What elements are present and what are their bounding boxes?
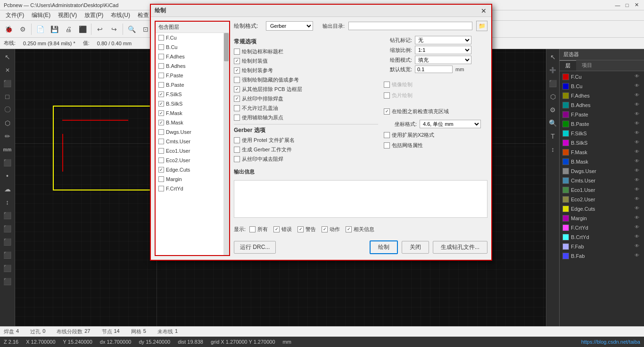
- layer-visibility-icon[interactable]: 👁: [635, 177, 641, 184]
- display-option-checkbox[interactable]: [322, 226, 328, 232]
- layer-visibility-icon[interactable]: 👁: [635, 111, 641, 118]
- add-via[interactable]: □: [1, 91, 14, 103]
- right-layer-eco2-user[interactable]: Eco2.User👁: [560, 195, 644, 204]
- tab-layers[interactable]: 层: [560, 60, 576, 71]
- right-layer-f-paste[interactable]: F.Paste👁: [560, 110, 644, 119]
- dialog-layer-checkbox[interactable]: [158, 35, 164, 41]
- layer-select-list[interactable]: F.CuB.CuF.AdhesB.AdhesF.PasteB.PasteF.Si…: [156, 33, 223, 193]
- settings-icon[interactable]: ⚙: [16, 23, 29, 36]
- right-layer-cmts-user[interactable]: Cmts.User👁: [560, 176, 644, 185]
- right-layer-f-silks[interactable]: F.SilkS👁: [560, 129, 644, 138]
- dialog-layer-b-silks[interactable]: B.SilkS: [156, 99, 223, 108]
- layer-visibility-icon[interactable]: 👁: [635, 130, 641, 137]
- layer-visibility-icon[interactable]: 👁: [635, 206, 641, 212]
- point-tool[interactable]: •: [1, 170, 14, 182]
- general-option-checkbox[interactable]: [234, 67, 240, 74]
- drill-marks-select[interactable]: 无 小 全尺寸: [415, 36, 471, 44]
- dialog-layer-checkbox[interactable]: [158, 91, 164, 97]
- dialog-layer-margin[interactable]: Margin: [156, 174, 223, 184]
- dialog-layer-dwgs-user[interactable]: Dwgs.User: [156, 127, 223, 137]
- dialog-layer-checkbox[interactable]: [158, 186, 164, 191]
- dialog-layer-checkbox[interactable]: [158, 54, 164, 59]
- layer-visibility-icon[interactable]: 👁: [635, 187, 641, 193]
- mirror-checkbox[interactable]: [384, 82, 390, 88]
- display-option-checkbox[interactable]: [249, 226, 256, 232]
- save-icon[interactable]: 💾: [48, 23, 61, 36]
- dialog-layer-checkbox[interactable]: [158, 176, 164, 182]
- format-select[interactable]: Gerber PDF SVG DXF: [266, 21, 313, 31]
- dialog-layer-f-mask[interactable]: F.Mask: [156, 108, 223, 118]
- dialog-layer-checkbox[interactable]: [158, 110, 164, 116]
- layer-visibility-icon[interactable]: 👁: [635, 92, 641, 99]
- close-button[interactable]: ✕: [633, 1, 640, 9]
- redo-icon[interactable]: ↪: [107, 23, 121, 36]
- layer-visibility-icon[interactable]: 👁: [635, 158, 641, 165]
- dialog-layer-b-cu[interactable]: B.Cu: [156, 42, 223, 52]
- add-track[interactable]: ⬛: [1, 77, 14, 90]
- new-icon[interactable]: 📄: [33, 23, 47, 36]
- layer-visibility-icon[interactable]: 👁: [635, 140, 641, 146]
- display-option-checkbox[interactable]: [346, 226, 352, 232]
- draw-mode-select[interactable]: 填充 轮廓: [415, 56, 471, 64]
- menu-view[interactable]: 视图(V): [54, 10, 81, 20]
- dialog-layer-checkbox[interactable]: [158, 120, 164, 125]
- undo-icon[interactable]: ↩: [93, 23, 107, 36]
- right-layer-f-cu[interactable]: F.Cu👁: [560, 72, 644, 82]
- layer-visibility-icon[interactable]: 👁: [635, 121, 641, 127]
- layer-visibility-icon[interactable]: 👁: [635, 102, 641, 108]
- tab-items[interactable]: 项目: [576, 60, 598, 71]
- general-option-checkbox[interactable]: [234, 105, 240, 111]
- gerber-option-checkbox[interactable]: [234, 137, 240, 143]
- menu-place[interactable]: 放置(P): [81, 10, 107, 20]
- general-option-checkbox[interactable]: [234, 77, 240, 83]
- right-tool-1[interactable]: ↖: [547, 51, 559, 63]
- right-tool-5[interactable]: ⚙: [547, 104, 559, 116]
- dialog-layer-cmts-user[interactable]: Cmts.User: [156, 137, 223, 146]
- ratsnest-tool[interactable]: ☁: [1, 183, 14, 195]
- tool-13[interactable]: ⬛: [1, 209, 14, 222]
- display-option-checkbox[interactable]: [297, 226, 304, 232]
- layer-visibility-icon[interactable]: 👁: [635, 196, 641, 203]
- general-option-checkbox[interactable]: [234, 86, 240, 92]
- right-layer-b-mask[interactable]: B.Mask👁: [560, 157, 644, 166]
- layer-visibility-icon[interactable]: 👁: [635, 215, 641, 222]
- dialog-layer-f-cu[interactable]: F.Cu: [156, 33, 223, 42]
- add-arc[interactable]: 〇: [1, 104, 14, 116]
- cursor-tool[interactable]: ↖: [1, 51, 14, 63]
- line-width-input[interactable]: [415, 66, 453, 73]
- dialog-layer-checkbox[interactable]: [158, 157, 164, 163]
- tool-15[interactable]: ⬛: [1, 236, 14, 248]
- tool-16[interactable]: ⬛: [1, 249, 14, 261]
- display-option-checkbox[interactable]: [273, 226, 280, 232]
- right-layer-b-silks[interactable]: B.SilkS👁: [560, 138, 644, 148]
- layer-scrollbar[interactable]: [223, 33, 229, 255]
- general-option-checkbox[interactable]: [234, 96, 240, 102]
- dialog-layer-checkbox[interactable]: [158, 148, 164, 154]
- scale-select[interactable]: 1:1 1:2: [415, 46, 471, 54]
- dialog-layer-checkbox[interactable]: [158, 101, 164, 107]
- dialog-layer-b-paste[interactable]: B.Paste: [156, 80, 223, 90]
- add-poly[interactable]: ⬡: [1, 117, 14, 129]
- dialog-layer-f-adhes[interactable]: F.Adhes: [156, 52, 223, 61]
- right-layer-eco1-user[interactable]: Eco1.User👁: [560, 185, 644, 195]
- dialog-layer-edge-cuts[interactable]: Edge.Cuts: [156, 165, 223, 174]
- right-layer-dwgs-user[interactable]: Dwgs.User👁: [560, 166, 644, 176]
- dialog-layer-b-adhes[interactable]: B.Adhes: [156, 61, 223, 71]
- right-tool-7[interactable]: T: [547, 130, 559, 142]
- right-tool-3[interactable]: ⬛: [547, 77, 559, 90]
- dialog-layer-checkbox[interactable]: [158, 44, 164, 50]
- right-tool-8[interactable]: ↕: [547, 143, 559, 156]
- close-dialog-button[interactable]: 关闭: [402, 241, 429, 254]
- dialog-layer-f-silks[interactable]: F.SilkS: [156, 90, 223, 99]
- menu-route[interactable]: 布线(U): [107, 10, 134, 20]
- right-tool-6[interactable]: 🔍: [547, 117, 559, 129]
- dialog-layer-f-crtyd[interactable]: F.CrtYd: [156, 184, 223, 193]
- dialog-layer-checkbox[interactable]: [158, 73, 164, 78]
- dialog-layer-b-mask[interactable]: B.Mask: [156, 118, 223, 127]
- plot-button[interactable]: 绘制: [370, 240, 398, 254]
- right-layer-f-mask[interactable]: F.Mask👁: [560, 148, 644, 157]
- general-option-checkbox[interactable]: [234, 58, 240, 64]
- tool-17[interactable]: ⬛: [1, 262, 14, 274]
- square-icon[interactable]: ⬛: [76, 23, 89, 36]
- fill-zones[interactable]: ⬛: [1, 157, 14, 169]
